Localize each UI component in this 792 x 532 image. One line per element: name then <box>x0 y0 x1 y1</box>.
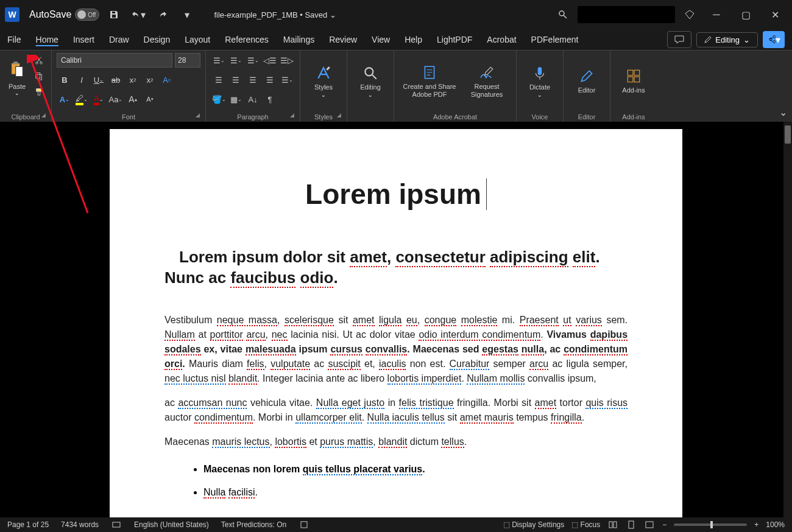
request-signatures-button[interactable]: Request Signatures <box>462 53 511 110</box>
change-case-button[interactable]: Aa⌄ <box>108 92 124 107</box>
web-layout-icon[interactable] <box>644 519 655 530</box>
increase-indent-button[interactable]: ☰▷ <box>279 53 295 68</box>
account-area[interactable] <box>578 6 675 23</box>
paste-button[interactable]: Paste ⌄ <box>5 53 29 104</box>
tab-acrobat[interactable]: Acrobat <box>487 29 516 50</box>
svg-point-0 <box>559 11 564 16</box>
group-editing: Editing⌄ <box>347 51 394 122</box>
text-effects-2-button[interactable]: A⌄ <box>57 92 72 107</box>
tab-file[interactable]: File <box>7 29 21 50</box>
superscript-button[interactable]: x2 <box>142 72 158 87</box>
multilevel-button[interactable]: ☰⌄ <box>245 53 261 68</box>
group-font: B I U⌄ ab x2 x2 A▫ A⌄ 🖊⌄ A⌄ Aa⌄ A▴ A▾ Fo… <box>52 51 206 122</box>
strikethrough-button[interactable]: ab <box>108 72 124 87</box>
tab-lightpdf[interactable]: LightPDF <box>437 29 472 50</box>
tab-review[interactable]: Review <box>329 29 357 50</box>
tab-view[interactable]: View <box>372 29 390 50</box>
shading-button[interactable]: 🪣⌄ <box>211 92 227 107</box>
font-name-select[interactable] <box>57 53 172 68</box>
read-mode-icon[interactable] <box>607 519 618 530</box>
language-indicator[interactable]: English (United States) <box>134 520 209 529</box>
dictate-button[interactable]: Dictate⌄ <box>522 53 558 110</box>
font-color-button[interactable]: A⌄ <box>91 92 107 107</box>
tab-references[interactable]: References <box>225 29 269 50</box>
zoom-slider[interactable] <box>674 523 747 526</box>
subscript-button[interactable]: x2 <box>125 72 141 87</box>
underline-button[interactable]: U⌄ <box>91 72 107 87</box>
shrink-font-button[interactable]: A▾ <box>142 92 158 107</box>
styles-button[interactable]: Styles⌄ <box>305 53 342 110</box>
vertical-scrollbar[interactable] <box>783 122 792 532</box>
document-area[interactable]: Lorem ipsum Lorem ipsum dolor sit amet, … <box>0 122 792 532</box>
line-spacing-button[interactable]: ☰⌄ <box>279 72 295 87</box>
document-filename[interactable]: file-example_PDF_1MB • Saved ⌄ <box>214 10 336 19</box>
zoom-out-button[interactable]: − <box>662 520 666 529</box>
zoom-level[interactable]: 100% <box>766 520 785 529</box>
align-right-button[interactable]: ☰ <box>245 72 261 87</box>
tab-draw[interactable]: Draw <box>109 29 129 50</box>
collapse-ribbon-icon[interactable]: ⌄ <box>779 107 787 118</box>
create-share-pdf-button[interactable]: Create and Share Adobe PDF <box>399 53 460 110</box>
align-center-button[interactable]: ☰ <box>228 72 244 87</box>
undo-icon[interactable]: ▾ <box>129 5 148 24</box>
sort-button[interactable]: A↓ <box>245 92 261 107</box>
customize-qat-icon[interactable]: ▾ <box>177 5 197 24</box>
text-effects-button[interactable]: A▫ <box>159 72 175 87</box>
decrease-indent-button[interactable]: ◁☰ <box>262 53 278 68</box>
page-indicator[interactable]: Page 1 of 25 <box>7 520 49 529</box>
search-icon[interactable] <box>553 5 573 24</box>
save-icon[interactable] <box>104 5 124 24</box>
diamond-icon[interactable] <box>680 5 699 24</box>
svg-rect-3 <box>16 66 23 76</box>
text-predictions[interactable]: Text Predictions: On <box>221 520 286 529</box>
tab-insert[interactable]: Insert <box>73 29 94 50</box>
tab-pdfelement[interactable]: PDFelement <box>531 29 579 50</box>
document-page[interactable]: Lorem ipsum Lorem ipsum dolor sit amet, … <box>110 129 682 532</box>
maximize-button[interactable]: ▢ <box>734 5 758 24</box>
tab-home[interactable]: Home <box>36 29 58 50</box>
display-settings[interactable]: ⬚ Display Settings <box>503 520 564 529</box>
editing-find-button[interactable]: Editing⌄ <box>352 53 389 110</box>
spell-check-icon[interactable] <box>111 519 122 530</box>
tab-help[interactable]: Help <box>405 29 422 50</box>
doc-paragraph-3: Maecenas mauris lectus, lobortis et puru… <box>164 435 628 449</box>
redo-icon[interactable] <box>153 5 172 24</box>
borders-button[interactable]: ▦⌄ <box>228 92 244 107</box>
group-acrobat: Create and Share Adobe PDF Request Signa… <box>394 51 517 122</box>
tab-layout[interactable]: Layout <box>185 29 210 50</box>
highlight-button[interactable]: 🖊⌄ <box>74 92 90 107</box>
font-size-select[interactable] <box>175 53 200 68</box>
paragraph-launcher-icon[interactable]: ◢ <box>290 112 297 119</box>
format-painter-icon[interactable] <box>32 85 46 99</box>
print-layout-icon[interactable] <box>626 519 637 530</box>
minimize-button[interactable]: ─ <box>704 5 729 24</box>
numbering-button[interactable]: ☰⌄ <box>228 53 244 68</box>
grow-font-button[interactable]: A▴ <box>125 92 141 107</box>
tab-mailings[interactable]: Mailings <box>283 29 314 50</box>
doc-list: Maecenas non lorem quis tellus placerat … <box>164 464 628 498</box>
zoom-in-button[interactable]: + <box>754 520 758 529</box>
addins-button[interactable]: Add-ins <box>615 53 652 110</box>
show-marks-button[interactable]: ¶ <box>262 92 278 107</box>
focus-mode[interactable]: ⬚ Focus <box>571 520 600 529</box>
tab-design[interactable]: Design <box>144 29 171 50</box>
editor-button[interactable]: Editor <box>568 53 605 110</box>
editing-mode-button[interactable]: Editing ⌄ <box>696 32 758 47</box>
copy-icon[interactable] <box>32 69 46 83</box>
font-launcher-icon[interactable]: ◢ <box>196 112 203 119</box>
cut-icon[interactable] <box>32 53 46 68</box>
autosave-toggle[interactable]: AutoSave Off <box>29 9 99 21</box>
word-count[interactable]: 7434 words <box>61 520 99 529</box>
accessibility-icon[interactable] <box>299 519 309 530</box>
italic-button[interactable]: I <box>74 72 90 87</box>
align-left-button[interactable]: ☰ <box>211 72 227 87</box>
close-button[interactable]: ✕ <box>763 5 787 24</box>
clipboard-launcher-icon[interactable]: ◢ <box>41 112 49 119</box>
svg-rect-6 <box>36 73 40 79</box>
bold-button[interactable]: B <box>57 72 72 87</box>
styles-launcher-icon[interactable]: ◢ <box>337 112 344 119</box>
justify-button[interactable]: ☰ <box>262 72 278 87</box>
share-button[interactable]: ▾ <box>763 31 785 48</box>
bullets-button[interactable]: ☰⌄ <box>211 53 227 68</box>
comments-button[interactable] <box>667 31 691 48</box>
